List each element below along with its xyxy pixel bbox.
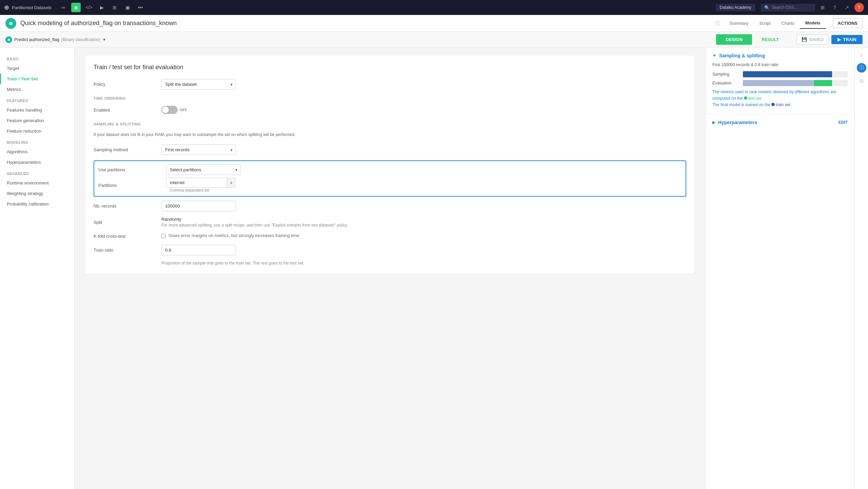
partition-list-button[interactable]: ≡ [227, 178, 235, 188]
predict-type: (Binary classification) [61, 37, 100, 42]
sidebar-item-train-test-set[interactable]: Train / Test Set [0, 74, 74, 84]
app-icon: ⊕ [5, 18, 16, 29]
time-ordering-divider: TIME ORDERING [94, 96, 686, 100]
sidebar-item-hyperparameters[interactable]: Hyperparameters [0, 157, 74, 168]
rp-sampling-section: ▼ Sampling & splitting First 100000 reco… [706, 47, 854, 114]
sidebar-item-runtime-environment[interactable]: Runtime environment [0, 178, 74, 188]
split-control: Randomly For more advanced splitting, us… [161, 217, 686, 228]
sampling-method-row: Sampling method First records Random Str… [94, 144, 686, 155]
partitions-row: Partitions ≡ Comma-separated list [98, 178, 682, 193]
use-partitions-row: Use partitions Select partitions All par… [98, 164, 682, 175]
predict-dropdown-icon[interactable]: ▾ [103, 37, 105, 42]
rp-sampling-bar [743, 71, 848, 77]
nav-automl-icon[interactable]: ◉ [71, 3, 81, 12]
partitions-hint: Comma-separated list [170, 188, 209, 193]
sampling-method-select[interactable]: First records Random Stratified Column v… [161, 144, 236, 155]
predict-text: Predict authorized_flag [14, 37, 59, 42]
rp-hyperparameters-edit-link[interactable]: EDIT [839, 120, 848, 125]
sidebar-item-target[interactable]: Target [0, 63, 74, 74]
page-help-icon[interactable]: ⓘ [715, 20, 720, 26]
sidebar-item-metrics[interactable]: Metrics [0, 84, 74, 95]
rp-info-blue: train set. [776, 102, 791, 107]
train-ratio-input[interactable] [161, 245, 236, 255]
sidebar-item-algorithms[interactable]: Algorithms [0, 146, 74, 157]
partitions-box: Use partitions Select partitions All par… [94, 160, 686, 197]
rp-sampling-header[interactable]: ▼ Sampling & splitting [712, 53, 848, 58]
nav-script[interactable]: Script [754, 18, 776, 28]
nav-models[interactable]: Models [800, 18, 826, 29]
use-partitions-select[interactable]: Select partitions All partitions [166, 164, 241, 175]
kfold-control: Gives error margins on metrics, but stro… [161, 233, 686, 239]
sampling-info-text: If your dataset does not fit in your RAM… [94, 132, 297, 138]
sidebar-item-feature-reduction[interactable]: Feature reduction [0, 126, 74, 136]
saved-label: SAVED [809, 37, 824, 42]
sampling-splitting-label: SAMPLING & SPLITTING [94, 122, 686, 126]
sidebar-advanced-label: ADVANCED [0, 168, 74, 178]
sidebar: BASIC Target Train / Test Set Metrics FE… [0, 47, 75, 489]
info-circle-icon[interactable]: ⓘ [857, 63, 866, 73]
rp-info-line1: The metrics used to rank models obtained… [712, 90, 836, 101]
nav-summary[interactable]: Summary [724, 18, 754, 28]
dot-blue [771, 103, 775, 106]
time-ordering-label: TIME ORDERING [94, 96, 686, 100]
enabled-label: Enabled [94, 107, 161, 113]
rp-evaluation-bar-fill2 [814, 80, 832, 86]
rp-hyperparameters-header[interactable]: ▶ Hyperparameters EDIT [706, 114, 854, 131]
partitions-input-wrap: ≡ [166, 178, 682, 188]
train-ratio-control [161, 245, 686, 255]
nb-records-input[interactable] [161, 201, 236, 211]
help-icon[interactable]: ? [830, 3, 840, 12]
saved-button[interactable]: 💾 SAVED [796, 35, 829, 44]
nav-run-icon[interactable]: ▶ [97, 3, 106, 12]
collapse-right-icon[interactable]: ⟩ [857, 50, 866, 60]
toggle-state-label: OFF [180, 108, 187, 112]
chat-icon[interactable]: ◎ [857, 76, 866, 85]
form-card: Train / test set for final evaluation Po… [85, 56, 694, 274]
sidebar-item-feature-generation[interactable]: Feature generation [0, 115, 74, 126]
use-partitions-control: Select partitions All partitions ▼ [166, 164, 682, 175]
nav-jobs-icon[interactable]: ⊞ [110, 3, 119, 12]
use-partitions-label: Use partitions [98, 167, 166, 172]
kfold-hint: Gives error margins on metrics, but stro… [169, 233, 299, 238]
grid-icon[interactable]: ⊞ [818, 3, 827, 12]
nav-title: Partitioned Datasets [12, 5, 52, 10]
train-button[interactable]: ▶ TRAIN [831, 35, 863, 44]
split-row: Split Randomly For more advanced splitti… [94, 217, 686, 228]
tab-design[interactable]: DESIGN [716, 34, 752, 45]
workspace-label[interactable]: Dataiku Academy [716, 4, 755, 11]
nav-logo-icon: ⊕ [4, 4, 9, 11]
policy-select[interactable]: Split the dataset Explicit extracts from… [161, 79, 236, 90]
kfold-row: K-fold cross-test Gives error margins on… [94, 233, 686, 239]
split-value: Randomly [161, 217, 686, 222]
kfold-checkbox[interactable] [161, 234, 166, 238]
split-hint: For more advanced splitting, use a split… [161, 223, 686, 228]
sidebar-item-probability-calibration[interactable]: Probability calibration [0, 199, 74, 209]
main-layout: BASIC Target Train / Test Set Metrics FE… [0, 47, 868, 489]
nav-code-icon[interactable]: </> [84, 3, 94, 12]
rp-evaluation-bar [743, 80, 848, 86]
enabled-toggle[interactable]: OFF [161, 106, 187, 114]
nav-more-icon[interactable]: ••• [136, 3, 145, 12]
nav-charts[interactable]: Charts [776, 18, 800, 28]
kfold-checkbox-row: Gives error margins on metrics, but stro… [161, 233, 686, 238]
search-bar: 🔍 [761, 4, 815, 12]
toggle-bg[interactable] [161, 106, 178, 114]
partitions-input[interactable] [166, 178, 227, 188]
page-title: Quick modeling of authorized_flag on tra… [20, 20, 709, 27]
actions-button[interactable]: ACTIONS [833, 18, 863, 28]
tab-result[interactable]: RESULT [752, 34, 788, 45]
nb-records-label: Nb. records [94, 203, 161, 209]
trending-icon[interactable]: ↗ [842, 3, 852, 12]
nav-flow-icon[interactable]: ⇒ [58, 3, 68, 12]
search-input[interactable] [772, 5, 812, 10]
rp-evaluation-bar-label: Evaluation [712, 81, 739, 85]
third-bar: ◉ Predict authorized_flag (Binary classi… [0, 32, 868, 47]
sidebar-item-weighting-strategy[interactable]: Weighting strategy [0, 188, 74, 199]
rp-sampling-chevron: ▼ [712, 53, 716, 58]
nav-dashboard-icon[interactable]: ▣ [123, 3, 132, 12]
user-avatar[interactable]: T [854, 3, 864, 12]
predict-label-wrapper: ◉ Predict authorized_flag (Binary classi… [5, 36, 105, 43]
sidebar-item-features-handling[interactable]: Features handling [0, 105, 74, 115]
rp-sampling-title: Sampling & splitting [719, 53, 765, 58]
rp-info-line2: The final model is trained on the train … [712, 102, 791, 107]
